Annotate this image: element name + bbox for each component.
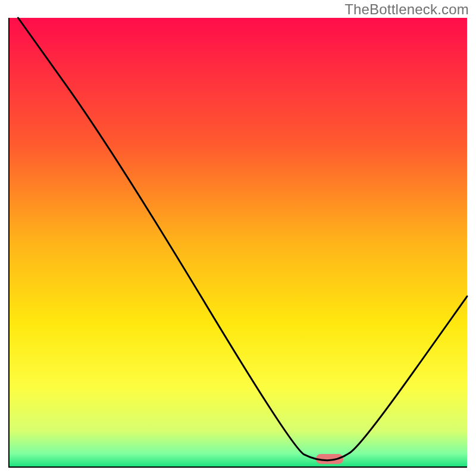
plot-background	[9, 18, 467, 467]
watermark-text: TheBottleneck.com	[345, 1, 469, 18]
bottleneck-chart	[0, 0, 476, 476]
chart-container: TheBottleneck.com	[0, 0, 476, 476]
